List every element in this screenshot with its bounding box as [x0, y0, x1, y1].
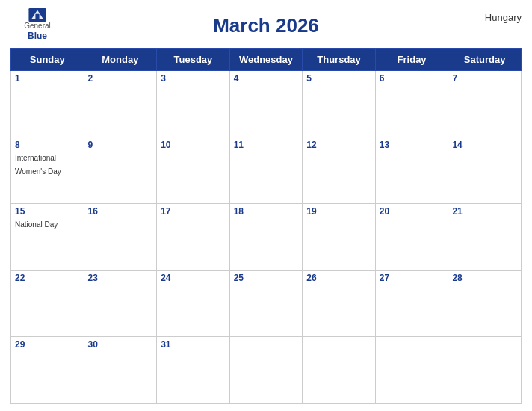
calendar-cell-2-5: 20 [375, 204, 448, 271]
date-number: 9 [88, 140, 153, 150]
header-thursday: Thursday [303, 49, 376, 71]
date-number: 24 [161, 273, 226, 283]
week-row-2: 8International Women's Day91011121314 [11, 137, 522, 204]
calendar-cell-4-0: 29 [11, 337, 84, 404]
calendar-cell-2-2: 17 [157, 204, 230, 271]
header-monday: Monday [84, 49, 157, 71]
date-number: 29 [15, 339, 80, 350]
date-number: 17 [161, 206, 226, 217]
logo-blue: Blue [28, 31, 47, 41]
date-number: 10 [161, 140, 226, 150]
date-number: 27 [380, 273, 445, 283]
calendar-cell-0-4: 5 [303, 71, 376, 137]
date-number: 6 [380, 73, 445, 84]
calendar-cell-1-0: 8International Women's Day [11, 137, 84, 204]
calendar-cell-1-5: 13 [375, 137, 448, 204]
country-label: Hungary [485, 12, 522, 23]
date-number: 12 [306, 140, 371, 150]
date-number: 4 [234, 73, 299, 84]
date-number: 28 [452, 273, 517, 283]
calendar-table: Sunday Monday Tuesday Wednesday Thursday… [10, 48, 522, 404]
calendar-cell-0-2: 3 [157, 71, 230, 137]
calendar-cell-4-4 [303, 337, 376, 404]
calendar-cell-4-1: 30 [84, 337, 157, 404]
date-number: 18 [234, 206, 299, 217]
date-number: 1 [15, 73, 80, 84]
date-number: 5 [306, 73, 371, 84]
calendar-cell-0-0: 1 [11, 71, 84, 137]
calendar-cell-4-6 [448, 337, 522, 404]
calendar-cell-3-1: 23 [84, 271, 157, 337]
date-number: 19 [306, 206, 371, 217]
date-number: 2 [88, 73, 153, 84]
date-number: 15 [15, 206, 80, 217]
calendar-cell-4-2: 31 [157, 337, 230, 404]
calendar-cell-2-3: 18 [229, 204, 303, 271]
calendar-cell-3-0: 22 [11, 271, 84, 337]
date-number: 8 [15, 140, 80, 150]
calendar-cell-0-1: 2 [84, 71, 157, 137]
calendar-cell-1-2: 10 [157, 137, 230, 204]
week-row-4: 22232425262728 [11, 271, 522, 337]
date-number: 25 [234, 273, 299, 283]
calendar-cell-2-6: 21 [448, 204, 522, 271]
logo-general: General [24, 22, 51, 31]
calendar-cell-0-6: 7 [448, 71, 522, 137]
calendar-cell-1-6: 14 [448, 137, 522, 204]
date-number: 11 [234, 140, 299, 150]
calendar-cell-0-3: 4 [229, 71, 303, 137]
header-tuesday: Tuesday [157, 49, 230, 71]
date-number: 16 [88, 206, 153, 217]
date-number: 14 [452, 140, 517, 150]
header-wednesday: Wednesday [229, 49, 303, 71]
calendar-cell-1-1: 9 [84, 137, 157, 204]
calendar-cell-3-2: 24 [157, 271, 230, 337]
date-number: 22 [15, 273, 80, 283]
week-row-1: 1234567 [11, 71, 522, 137]
calendar-header: General Blue March 2026 Hungary [10, 7, 522, 43]
header-friday: Friday [375, 49, 448, 71]
calendar-cell-1-4: 12 [303, 137, 376, 204]
event-label: International Women's Day [15, 154, 61, 176]
date-number: 20 [380, 206, 445, 217]
header-saturday: Saturday [448, 49, 522, 71]
date-number: 21 [452, 206, 517, 217]
date-number: 13 [380, 140, 445, 150]
calendar-cell-4-5 [375, 337, 448, 404]
week-row-5: 293031 [11, 337, 522, 404]
calendar-cell-3-3: 25 [229, 271, 303, 337]
calendar-title: March 2026 [213, 14, 319, 37]
date-number: 3 [161, 73, 226, 84]
event-label: National Day [15, 220, 58, 229]
date-number: 7 [452, 73, 517, 84]
calendar-cell-3-5: 27 [375, 271, 448, 337]
calendar-cell-3-4: 26 [303, 271, 376, 337]
calendar-cell-2-0: 15National Day [11, 204, 84, 271]
date-number: 30 [88, 339, 153, 350]
svg-rect-2 [35, 14, 39, 19]
calendar-cell-3-6: 28 [448, 271, 522, 337]
calendar-cell-0-5: 6 [375, 71, 448, 137]
calendar-cell-4-3 [229, 337, 303, 404]
header-sunday: Sunday [11, 49, 84, 71]
calendar-cell-2-4: 19 [303, 204, 376, 271]
date-number: 31 [161, 339, 226, 350]
week-row-3: 15National Day161718192021 [11, 204, 522, 271]
calendar-cell-1-3: 11 [229, 137, 303, 204]
date-number: 23 [88, 273, 153, 283]
logo: General Blue [10, 7, 64, 41]
date-number: 26 [306, 273, 371, 283]
weekday-header-row: Sunday Monday Tuesday Wednesday Thursday… [11, 49, 522, 71]
calendar-cell-2-1: 16 [84, 204, 157, 271]
logo-icon [28, 8, 46, 22]
calendar-page: General Blue March 2026 Hungary Sunday M… [0, 0, 532, 411]
